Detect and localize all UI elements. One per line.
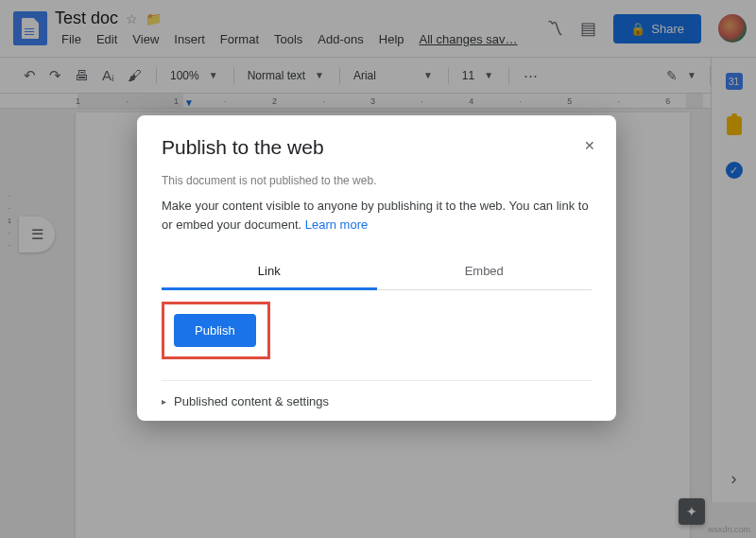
dialog-tabs: Link Embed	[162, 254, 592, 290]
dialog-subtitle: This document is not published to the we…	[162, 174, 592, 187]
dialog-description: Make your content visible to anyone by p…	[162, 197, 592, 234]
published-settings-expander[interactable]: ▸ Published content & settings	[162, 394, 592, 408]
learn-more-link[interactable]: Learn more	[305, 217, 368, 232]
close-icon[interactable]: ✕	[584, 138, 595, 153]
tab-embed[interactable]: Embed	[377, 254, 593, 289]
dialog-description-text: Make your content visible to anyone by p…	[162, 199, 589, 232]
dialog-divider	[162, 380, 592, 381]
chevron-right-icon: ▸	[162, 396, 166, 407]
dialog-title: Publish to the web	[162, 136, 592, 159]
tab-link[interactable]: Link	[162, 254, 377, 290]
publish-button[interactable]: Publish	[174, 314, 256, 347]
expander-label: Published content & settings	[174, 394, 329, 408]
annotation-highlight: Publish	[162, 302, 270, 359]
publish-dialog: Publish to the web ✕ This document is no…	[137, 115, 616, 421]
watermark: wsxdn.com	[708, 525, 750, 534]
